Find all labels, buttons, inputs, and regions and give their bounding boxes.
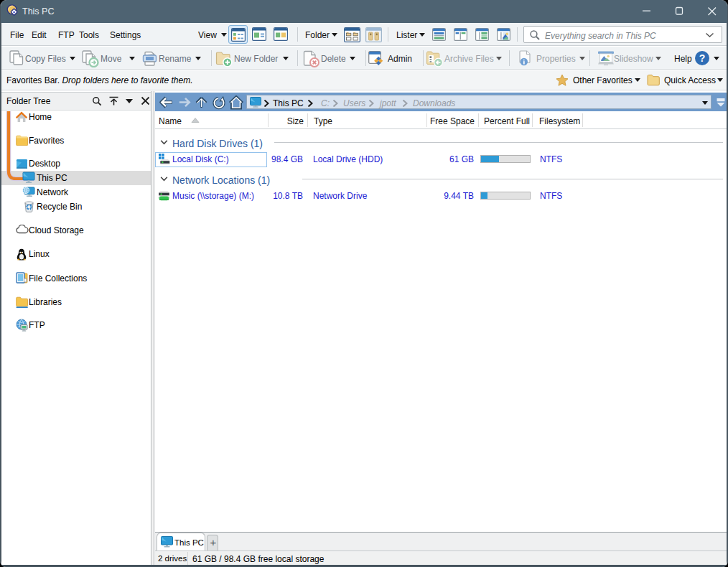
svg-text:?: ? xyxy=(699,52,706,64)
